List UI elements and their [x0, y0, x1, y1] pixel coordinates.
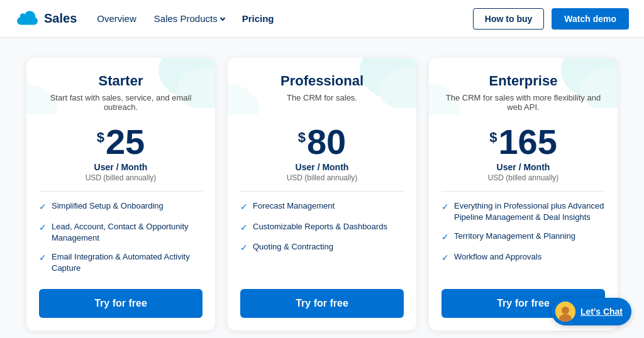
starter-price: 25: [106, 124, 145, 160]
check-icon: ✓: [39, 252, 47, 264]
nav-actions: How to buy Watch demo: [473, 8, 629, 30]
professional-price-label: User / Month: [240, 162, 404, 172]
svg-point-10: [562, 307, 569, 314]
list-item: ✓ Everything in Professional plus Advanc…: [441, 200, 605, 223]
check-icon: ✓: [240, 242, 248, 254]
list-item: ✓ Lead, Account, Contact & Opportunity M…: [39, 221, 203, 244]
starter-price-symbol: $: [97, 129, 104, 146]
check-icon: ✓: [240, 201, 248, 214]
card-starter: Starter Start fast with sales, service, …: [26, 58, 215, 330]
enterprise-price-symbol: $: [489, 129, 497, 146]
list-item: ✓ Forecast Management: [240, 200, 404, 214]
nav-overview[interactable]: Overview: [97, 13, 136, 24]
enterprise-subtitle: The CRM for sales with more flexibility …: [441, 93, 605, 112]
chat-label: Let's Chat: [580, 307, 623, 317]
card-professional-header: Professional The CRM for sales.: [228, 58, 416, 114]
list-item: ✓ Email Integration & Automated Activity…: [39, 251, 203, 274]
professional-price-symbol: $: [298, 129, 306, 146]
starter-price-area: $ 25 User / Month USD (billed annually): [26, 114, 215, 185]
how-to-buy-button[interactable]: How to buy: [473, 8, 544, 30]
chat-avatar: [555, 302, 575, 322]
enterprise-price-label: User / Month: [441, 162, 605, 172]
professional-divider: [240, 191, 404, 192]
logo-text: Sales: [44, 11, 77, 26]
starter-footer: Try for free: [26, 289, 215, 330]
enterprise-title: Enterprise: [441, 73, 605, 89]
professional-price: 80: [307, 124, 346, 160]
professional-title: Professional: [240, 73, 404, 89]
professional-subtitle: The CRM for sales.: [240, 93, 404, 102]
enterprise-divider: [441, 191, 605, 192]
starter-price-label: User / Month: [39, 162, 203, 172]
pricing-cards: Starter Start fast with sales, service, …: [25, 58, 619, 330]
starter-billing: USD (billed annually): [39, 173, 203, 182]
check-icon: ✓: [240, 222, 248, 234]
list-item: ✓ Workflow and Approvals: [441, 251, 605, 264]
chevron-down-icon: [219, 15, 225, 20]
list-item: ✓ Customizable Reports & Dashboards: [240, 221, 404, 234]
navigation: Sales Overview Sales Products Pricing Ho…: [0, 0, 644, 38]
list-item: ✓ Quoting & Contracting: [240, 241, 404, 254]
starter-cta-button[interactable]: Try for free: [39, 289, 203, 318]
list-item: ✓ Simplified Setup & Onboarding: [39, 200, 203, 214]
nav-sales-products[interactable]: Sales Products: [154, 13, 225, 24]
chat-bubble[interactable]: Let's Chat: [552, 298, 631, 325]
enterprise-price: 165: [498, 124, 557, 160]
enterprise-features: ✓ Everything in Professional plus Advanc…: [429, 198, 618, 289]
professional-footer: Try for free: [228, 289, 416, 330]
check-icon: ✓: [39, 222, 47, 234]
enterprise-price-area: $ 165 User / Month USD (billed annually): [429, 114, 618, 185]
starter-subtitle: Start fast with sales, service, and emai…: [39, 93, 203, 112]
starter-features: ✓ Simplified Setup & Onboarding ✓ Lead, …: [26, 198, 215, 289]
list-item: ✓ Territory Management & Planning: [441, 231, 605, 244]
starter-title: Starter: [39, 73, 203, 89]
card-enterprise-header: Enterprise The CRM for sales with more f…: [429, 58, 618, 114]
card-professional: Professional The CRM for sales. $ 80 Use…: [228, 58, 416, 330]
professional-billing: USD (billed annually): [240, 173, 404, 182]
main-content: Starter Start fast with sales, service, …: [0, 38, 644, 338]
professional-price-area: $ 80 User / Month USD (billed annually): [228, 114, 416, 185]
check-icon: ✓: [441, 231, 449, 244]
starter-divider: [39, 191, 203, 192]
card-enterprise: Enterprise The CRM for sales with more f…: [429, 58, 618, 330]
card-starter-header: Starter Start fast with sales, service, …: [26, 58, 215, 114]
watch-demo-button[interactable]: Watch demo: [552, 8, 629, 30]
logo[interactable]: Sales: [15, 10, 77, 28]
nav-links: Overview Sales Products Pricing: [97, 13, 473, 24]
professional-features: ✓ Forecast Management ✓ Customizable Rep…: [228, 198, 416, 289]
enterprise-billing: USD (billed annually): [441, 173, 605, 182]
professional-cta-button[interactable]: Try for free: [240, 289, 404, 318]
nav-pricing[interactable]: Pricing: [242, 13, 274, 24]
check-icon: ✓: [39, 201, 47, 214]
check-icon: ✓: [441, 201, 449, 214]
check-icon: ✓: [441, 252, 449, 264]
